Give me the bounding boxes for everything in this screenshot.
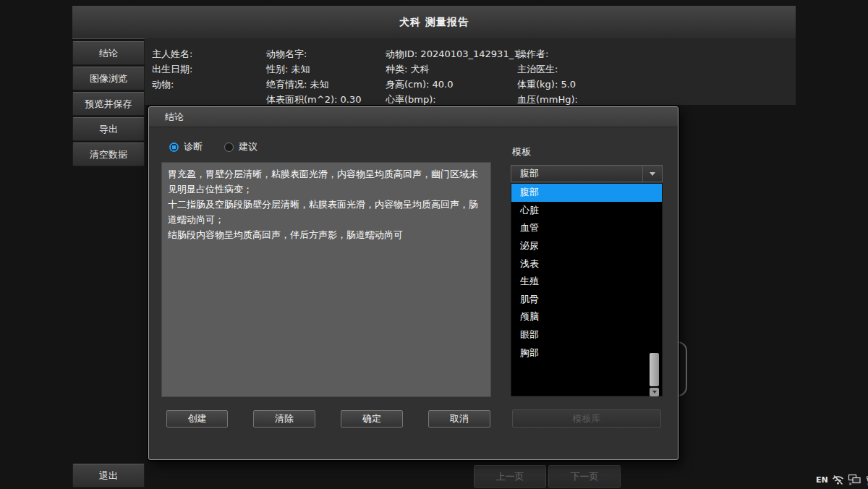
patient-info-col-2: 动物名字: 性别: 未知 绝育情况: 未知 体表面积(m^2): 0.30: [266, 46, 361, 107]
cancel-button-label: 取消: [450, 412, 469, 425]
animal-label: 动物:: [152, 77, 192, 92]
list-item-chest[interactable]: 胸部: [511, 344, 662, 362]
sidebar-item-clear-data[interactable]: 清空数据: [72, 143, 145, 166]
sidebar-item-label: 预览并保存: [85, 98, 132, 111]
list-item-cranial[interactable]: 颅脑: [511, 308, 662, 326]
list-item-musculoskeletal[interactable]: 肌骨: [511, 291, 662, 309]
sidebar-item-export[interactable]: 导出: [72, 117, 145, 141]
blood-pressure-label: 血压(mmHg):: [517, 92, 578, 107]
list-item-vessel[interactable]: 血管: [511, 219, 662, 237]
scrollbar-thumb[interactable]: [650, 353, 659, 386]
list-item-reproductive[interactable]: 生殖: [511, 273, 662, 291]
template-library-label: 模板库: [573, 412, 601, 425]
radio-suggestion[interactable]: 建议: [224, 140, 258, 153]
exit-button-label: 退出: [99, 469, 118, 482]
prev-page-label: 上一页: [496, 470, 524, 483]
weight-value: 体重(kg): 5.0: [517, 77, 578, 92]
sidebar-item-preview-save[interactable]: 预览并保存: [72, 92, 145, 116]
radio-unselected-icon: [224, 143, 234, 152]
template-label: 模板: [512, 145, 531, 158]
create-button-label: 创建: [188, 412, 207, 425]
conclusion-textarea[interactable]: 胃充盈，胃壁分层清晰，粘膜表面光滑，内容物呈均质高回声，幽门区域未见明显占位性病…: [161, 162, 491, 397]
list-item-superficial[interactable]: 浅表: [511, 255, 662, 273]
title-bar: 犬科 测量报告: [72, 6, 796, 39]
dicom-icon: DCM: [865, 474, 868, 485]
cancel-button[interactable]: 取消: [428, 410, 490, 428]
template-dropdown-value: 腹部: [520, 167, 539, 180]
owner-name-label: 主人姓名:: [152, 46, 192, 61]
list-item-heart[interactable]: 心脏: [511, 202, 662, 220]
confirm-button[interactable]: 确定: [341, 410, 403, 428]
dialog-title: 结论: [165, 111, 184, 124]
heart-rate-label: 心率(bmp):: [386, 92, 529, 107]
chevron-down-icon[interactable]: [642, 166, 662, 182]
radio-suggestion-label: 建议: [239, 140, 258, 153]
prev-page-button[interactable]: 上一页: [474, 465, 546, 488]
next-page-button[interactable]: 下一页: [548, 465, 621, 488]
exit-button[interactable]: 退出: [72, 464, 145, 488]
sidebar-item-label: 结论: [99, 47, 118, 60]
radio-diagnosis-label: 诊断: [184, 140, 203, 153]
template-options-list: 腹部 心脏 血管 泌尿 浅表 生殖 肌骨 颅脑 眼部 胸部: [511, 183, 663, 396]
page-title: 犬科 测量报告: [399, 16, 469, 29]
patient-info-col-3: 动物ID: 20240103_142931_1… 种类: 犬科 身高(cm): …: [386, 46, 529, 107]
list-item-eye[interactable]: 眼部: [511, 326, 662, 344]
next-page-label: 下一页: [571, 470, 599, 483]
template-dropdown[interactable]: 腹部: [511, 165, 663, 182]
animal-name-label: 动物名字:: [266, 46, 361, 61]
species-value: 种类: 犬科: [386, 61, 529, 77]
clear-button[interactable]: 清除: [253, 410, 315, 428]
sidebar-item-conclusion[interactable]: 结论: [72, 41, 145, 65]
conclusion-dialog: 结论 诊断 建议 胃充盈，胃壁分层清晰，粘膜表面光滑，内容物呈均质高回声，幽门区…: [148, 106, 678, 460]
create-button[interactable]: 创建: [166, 410, 228, 428]
empty-cell: [152, 92, 192, 107]
network-disconnected-icon: [832, 475, 844, 485]
scrollbar-down-button[interactable]: [650, 388, 659, 396]
list-item-abdomen[interactable]: 腹部: [511, 184, 662, 202]
radio-diagnosis[interactable]: 诊断: [169, 140, 203, 153]
sidebar: 结论 图像浏览 预览并保存 导出 清空数据: [72, 41, 145, 168]
gender-value: 性别: 未知: [266, 61, 361, 77]
sidebar-item-label: 导出: [99, 123, 118, 136]
sidebar-item-label: 图像浏览: [90, 72, 127, 85]
clear-button-label: 清除: [275, 412, 294, 425]
patient-info-header: 主人姓名: 出生日期: 动物: 动物名字: 性别: 未知 绝育情况: 未知 体表…: [145, 38, 796, 105]
svg-text:✕: ✕: [848, 481, 852, 486]
confirm-button-label: 确定: [362, 412, 381, 425]
dual-display-icon: ✕: [848, 474, 861, 485]
operator-label: 操作者:: [517, 46, 578, 61]
neuter-status-value: 绝育情况: 未知: [266, 77, 361, 92]
patient-info-col-4: 操作者: 主治医生: 体重(kg): 5.0 血压(mmHg):: [517, 46, 578, 107]
patient-info-col-1: 主人姓名: 出生日期: 动物:: [152, 46, 192, 107]
height-value: 身高(cm): 40.0: [386, 77, 529, 92]
birth-date-label: 出生日期:: [152, 61, 192, 77]
list-item-urinary[interactable]: 泌尿: [511, 237, 662, 255]
sidebar-item-image-browse[interactable]: 图像浏览: [72, 67, 145, 90]
status-bar: EN ✕ DCM: [816, 472, 868, 487]
doctor-label: 主治医生:: [517, 61, 578, 77]
body-surface-value: 体表面积(m^2): 0.30: [266, 92, 361, 107]
template-library-button[interactable]: 模板库: [512, 409, 661, 428]
sidebar-item-label: 清空数据: [90, 148, 127, 161]
conclusion-type-radio-group: 诊断 建议: [169, 140, 258, 153]
dialog-title-bar[interactable]: 结论: [149, 107, 678, 127]
radio-selected-icon: [169, 143, 179, 152]
language-indicator[interactable]: EN: [816, 475, 828, 485]
animal-id-value: 动物ID: 20240103_142931_1…: [386, 46, 529, 61]
